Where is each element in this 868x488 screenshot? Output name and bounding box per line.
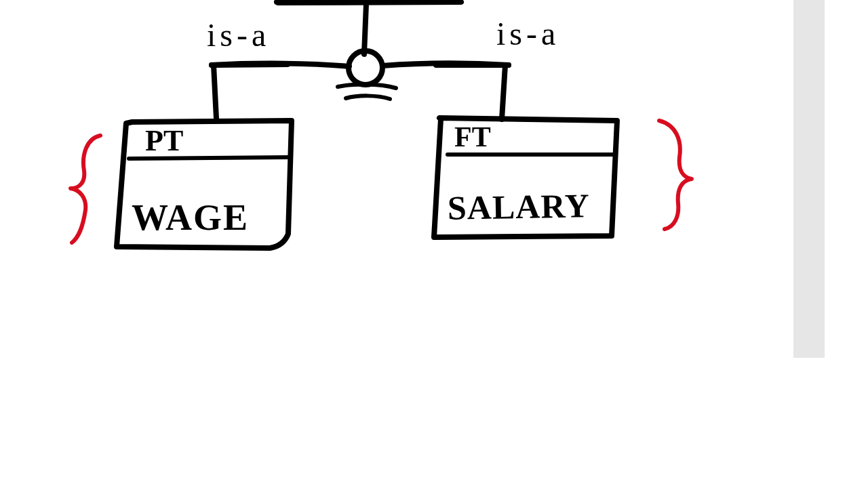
brace-right-icon [659, 121, 692, 229]
child-ft-title: FT [454, 121, 491, 153]
junction-rule-line-1 [338, 84, 396, 88]
child-pt-attr: WAGE [132, 197, 249, 239]
child-pt-title: PT [145, 123, 183, 158]
connector-parent-to-junction [364, 4, 366, 54]
scrollbar-track[interactable] [793, 0, 825, 358]
diagram-svg [0, 0, 793, 358]
relation-label-left: is-a [207, 16, 270, 54]
branch-connector [212, 64, 509, 119]
branch-left-into-circle [212, 64, 349, 66]
parent-box-bottom-edge [277, 0, 461, 3]
child-ft-attr: SALARY [448, 186, 591, 228]
junction-rule-line-2 [346, 96, 390, 99]
whiteboard-canvas: is-a is-a PT WAGE FT SALARY [0, 0, 793, 358]
relation-label-right: is-a [496, 15, 559, 52]
branch-right-into-circle [382, 64, 509, 66]
brace-left-icon [71, 136, 100, 243]
